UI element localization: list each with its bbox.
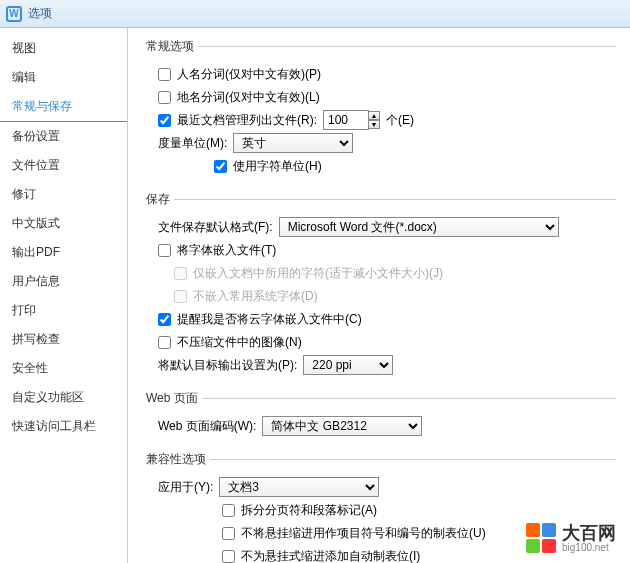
group-general-legend: 常规选项 — [142, 38, 198, 55]
sidebar-item-print[interactable]: 打印 — [0, 296, 127, 325]
label-default-format: 文件保存默认格式(F): — [158, 219, 273, 236]
sidebar-item-output-pdf[interactable]: 输出PDF — [0, 238, 127, 267]
sidebar-item-spellcheck[interactable]: 拼写检查 — [0, 325, 127, 354]
checkbox-person-name[interactable] — [158, 68, 171, 81]
content: 常规选项 人名分词(仅对中文有效)(P) 地名分词(仅对中文有效)(L) 最近文… — [128, 28, 630, 563]
label-no-compress: 不压缩文件中的图像(N) — [177, 334, 302, 351]
label-embed-used-only: 仅嵌入文档中所用的字符(适于减小文件大小)(J) — [193, 265, 443, 282]
checkbox-recent-docs[interactable] — [158, 114, 171, 127]
group-compat-legend: 兼容性选项 — [142, 451, 210, 468]
group-general: 常规选项 人名分词(仅对中文有效)(P) 地名分词(仅对中文有效)(L) 最近文… — [142, 38, 616, 183]
select-apply-to[interactable]: 文档3 — [219, 477, 379, 497]
checkbox-embed-used-only — [174, 267, 187, 280]
sidebar-item-chinese-layout[interactable]: 中文版式 — [0, 209, 127, 238]
checkbox-no-compress[interactable] — [158, 336, 171, 349]
checkbox-embed-fonts[interactable] — [158, 244, 171, 257]
sidebar-item-view[interactable]: 视图 — [0, 34, 127, 63]
sidebar-item-backup[interactable]: 备份设置 — [0, 122, 127, 151]
label-no-embed-common: 不嵌入常用系统字体(D) — [193, 288, 318, 305]
spinner-recent-docs[interactable]: ▲▼ — [368, 111, 380, 129]
watermark-logo: 大百网 big100.net — [526, 523, 616, 553]
sidebar-item-file-location[interactable]: 文件位置 — [0, 151, 127, 180]
label-split-page: 拆分分页符和段落标记(A) — [241, 502, 377, 519]
main: 视图 编辑 常规与保存 备份设置 文件位置 修订 中文版式 输出PDF 用户信息… — [0, 28, 630, 563]
titlebar: W 选项 — [0, 0, 630, 28]
group-web: Web 页面 Web 页面编码(W): 简体中文 GB2312 — [142, 390, 616, 443]
label-no-hanging-tab: 不将悬挂缩进用作项目符号和编号的制表位(U) — [241, 525, 486, 542]
checkbox-no-embed-common — [174, 290, 187, 303]
label-no-auto-tab: 不为悬挂式缩进添加自动制表位(I) — [241, 548, 420, 564]
checkbox-char-unit[interactable] — [214, 160, 227, 173]
label-apply-to: 应用于(Y): — [158, 479, 213, 496]
checkbox-place-name[interactable] — [158, 91, 171, 104]
label-char-unit: 使用字符单位(H) — [233, 158, 322, 175]
checkbox-split-page[interactable] — [222, 504, 235, 517]
label-web-encoding: Web 页面编码(W): — [158, 418, 256, 435]
label-recent-docs-unit: 个(E) — [386, 112, 414, 129]
select-default-res[interactable]: 220 ppi — [303, 355, 393, 375]
select-web-encoding[interactable]: 简体中文 GB2312 — [262, 416, 422, 436]
logo-subtext: big100.net — [562, 542, 616, 553]
label-person-name: 人名分词(仅对中文有效)(P) — [177, 66, 321, 83]
sidebar-item-user-info[interactable]: 用户信息 — [0, 267, 127, 296]
group-save: 保存 文件保存默认格式(F): Microsoft Word 文件(*.docx… — [142, 191, 616, 382]
sidebar-item-security[interactable]: 安全性 — [0, 354, 127, 383]
label-place-name: 地名分词(仅对中文有效)(L) — [177, 89, 320, 106]
checkbox-no-auto-tab[interactable] — [222, 550, 235, 563]
label-unit: 度量单位(M): — [158, 135, 227, 152]
app-icon: W — [6, 6, 22, 22]
label-warn-cloud: 提醒我是否将云字体嵌入文件中(C) — [177, 311, 362, 328]
sidebar-item-edit[interactable]: 编辑 — [0, 63, 127, 92]
sidebar-item-quick-access[interactable]: 快速访问工具栏 — [0, 412, 127, 441]
sidebar-item-general-save[interactable]: 常规与保存 — [0, 92, 127, 122]
input-recent-docs-count[interactable] — [323, 110, 369, 130]
select-default-format[interactable]: Microsoft Word 文件(*.docx) — [279, 217, 559, 237]
group-save-legend: 保存 — [142, 191, 174, 208]
sidebar-item-customize-ribbon[interactable]: 自定义功能区 — [0, 383, 127, 412]
label-default-res: 将默认目标输出设置为(P): — [158, 357, 297, 374]
logo-icon — [526, 523, 556, 553]
group-web-legend: Web 页面 — [142, 390, 202, 407]
checkbox-warn-cloud[interactable] — [158, 313, 171, 326]
checkbox-no-hanging-tab[interactable] — [222, 527, 235, 540]
sidebar: 视图 编辑 常规与保存 备份设置 文件位置 修订 中文版式 输出PDF 用户信息… — [0, 28, 128, 563]
sidebar-item-revision[interactable]: 修订 — [0, 180, 127, 209]
window-title: 选项 — [28, 5, 52, 22]
label-recent-docs: 最近文档管理列出文件(R): — [177, 112, 317, 129]
select-unit[interactable]: 英寸 — [233, 133, 353, 153]
logo-text: 大百网 — [562, 524, 616, 542]
label-embed-fonts: 将字体嵌入文件(T) — [177, 242, 276, 259]
